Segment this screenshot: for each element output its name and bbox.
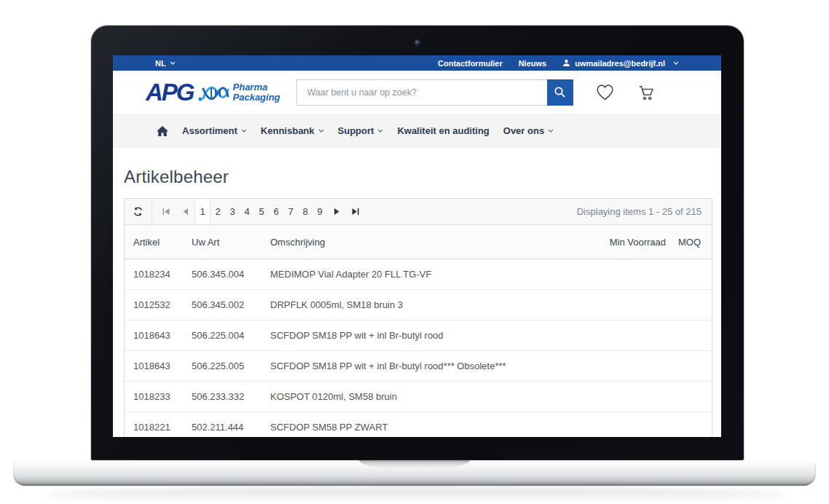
table-row[interactable]: 1018643 506.225.004 SCFDOP SM18 PP wit +… (125, 320, 712, 351)
pager-page-1[interactable]: 1 (195, 199, 211, 224)
nav-item-kwaliteit-en-auditing[interactable]: Kwaliteit en auditing (397, 125, 489, 136)
pager-page-6[interactable]: 6 (269, 199, 283, 224)
grid-toolbar: 1 2 3 4 5 6 7 8 9 (125, 199, 712, 225)
logo[interactable]: APG Pharma Packaging (146, 80, 280, 105)
account-menu[interactable]: uwmailadres@bedrijf.nl (562, 59, 679, 68)
table-row[interactable]: 1018643 506.225.005 SCFDOP SM18 PP wit +… (125, 351, 712, 382)
pager-page-5[interactable]: 5 (254, 199, 269, 224)
cart-icon (637, 83, 656, 102)
wishlist-button[interactable] (595, 84, 615, 101)
chevron-down-icon (377, 129, 383, 133)
cell-artikel: 1018643 (133, 330, 192, 341)
nav-item-over-ons[interactable]: Over ons (503, 125, 554, 136)
logo-apg-text: APG (146, 80, 194, 104)
heart-icon (595, 84, 615, 101)
cell-artikel: 1012532 (133, 299, 192, 310)
pager-first-button[interactable] (157, 199, 176, 224)
home-icon (157, 126, 168, 136)
column-header-artikel[interactable]: Artikel (133, 237, 192, 248)
cell-omschrijving: KOSPOT 0120ml, SM58 bruin (270, 391, 589, 402)
cell-uw-art: 506.345.004 (192, 269, 270, 280)
article-grid: 1 2 3 4 5 6 7 8 9 (124, 198, 712, 437)
page-title: Artikelbeheer (124, 167, 712, 187)
grid-status: Displaying items 1 - 25 of 215 (577, 199, 712, 224)
prev-page-icon (183, 208, 188, 215)
cell-omschrijving: SCFDOP SM58 PP ZWART (270, 422, 589, 433)
pager-last-button[interactable] (346, 199, 365, 224)
main-nav: Assortiment Kennisbank Support (113, 114, 721, 148)
pager-next-button[interactable] (327, 199, 346, 224)
chevron-down-icon (548, 129, 554, 133)
chevron-down-icon (241, 129, 247, 133)
cell-uw-art: 506.233.332 (192, 391, 270, 402)
cell-omschrijving: MEDIMOP Vial Adapter 20 FLL TG-VF (270, 269, 589, 280)
pager-page-3[interactable]: 3 (225, 199, 240, 224)
cell-artikel: 1018643 (133, 361, 192, 371)
refresh-button[interactable] (125, 199, 152, 224)
next-page-icon (334, 208, 339, 215)
topbar-link-contactformulier[interactable]: Contactformulier (438, 59, 503, 68)
cell-uw-art: 502.211.444 (192, 422, 270, 433)
pager: 1 2 3 4 5 6 7 8 9 (157, 199, 365, 224)
cell-omschrijving: SCFDOP SM18 PP wit + inl Br-butyl rood (270, 330, 589, 341)
topbar: NL Contactformulier Nieuws uwmailadres@b… (113, 55, 721, 71)
nav-item-kennisbank[interactable]: Kennisbank (261, 125, 324, 136)
pager-page-2[interactable]: 2 (211, 199, 225, 224)
table-row[interactable]: 1018221 502.211.444 SCFDOP SM58 PP ZWART (125, 412, 712, 437)
logo-line2: Packaging (233, 92, 280, 103)
cell-artikel: 1018234 (133, 269, 192, 280)
column-header-omschrijving[interactable]: Omschrijving (270, 237, 589, 248)
topbar-link-nieuws[interactable]: Nieuws (519, 59, 547, 68)
nav-item-label: Over ons (503, 125, 544, 136)
cart-button[interactable] (637, 83, 656, 102)
pager-prev-button[interactable] (176, 199, 195, 224)
nav-home[interactable] (157, 126, 168, 136)
chevron-down-icon (318, 129, 324, 133)
dna-icon (197, 80, 229, 105)
logo-pharma-text: Pharma Packaging (233, 82, 280, 102)
webcam-icon (415, 40, 420, 45)
nav-item-support[interactable]: Support (338, 125, 384, 136)
nav-item-label: Assortiment (182, 125, 237, 136)
main-content: Artikelbeheer (113, 148, 721, 437)
cell-artikel: 1018221 (133, 422, 192, 433)
laptop-screen: NL Contactformulier Nieuws uwmailadres@b… (113, 55, 721, 437)
pager-page-8[interactable]: 8 (298, 199, 313, 224)
laptop-base (13, 460, 816, 486)
nav-item-label: Support (338, 125, 374, 136)
cell-artikel: 1018233 (133, 391, 192, 402)
cell-uw-art: 506.345.002 (192, 299, 270, 310)
cell-uw-art: 506.225.004 (192, 330, 270, 341)
search-input[interactable] (296, 79, 547, 106)
laptop-frame: NL Contactformulier Nieuws uwmailadres@b… (91, 25, 744, 460)
search-button[interactable] (547, 79, 573, 106)
column-header-moq[interactable]: MOQ (666, 237, 701, 248)
column-header-min-voorraad[interactable]: Min Voorraad (589, 237, 666, 248)
nav-item-label: Kwaliteit en auditing (397, 125, 489, 136)
site-header: APG Pharma Packaging (113, 71, 721, 114)
nav-item-assortiment[interactable]: Assortiment (182, 125, 247, 136)
column-header-uw-art[interactable]: Uw Art (192, 237, 270, 248)
table-row[interactable]: 1018234 506.345.004 MEDIMOP Vial Adapter… (125, 259, 712, 290)
account-email: uwmailadres@bedrijf.nl (575, 59, 665, 68)
grid-header-row: Artikel Uw Art Omschrijving Min Voorraad… (125, 225, 712, 259)
search-form (296, 79, 573, 106)
last-page-icon (352, 208, 359, 215)
page: NL Contactformulier Nieuws uwmailadres@b… (0, 0, 829, 504)
search-icon (554, 86, 566, 98)
chevron-down-icon (673, 61, 679, 65)
pager-page-7[interactable]: 7 (283, 199, 298, 224)
nav-item-label: Kennisbank (261, 125, 315, 136)
table-row[interactable]: 1018233 506.233.332 KOSPOT 0120ml, SM58 … (125, 382, 712, 412)
language-label: NL (155, 59, 166, 68)
cell-uw-art: 506.225.005 (192, 361, 270, 371)
pager-page-4[interactable]: 4 (240, 199, 254, 224)
table-row[interactable]: 1012532 506.345.002 DRPFLK 0005ml, SM18 … (125, 290, 712, 320)
language-selector[interactable]: NL (155, 59, 176, 68)
logo-line1: Pharma (233, 82, 280, 92)
pager-page-9[interactable]: 9 (313, 199, 327, 224)
refresh-icon (133, 206, 144, 217)
first-page-icon (162, 208, 170, 215)
cell-omschrijving: DRPFLK 0005ml, SM18 bruin 3 (270, 299, 589, 310)
laptop-base-notch (359, 460, 470, 470)
